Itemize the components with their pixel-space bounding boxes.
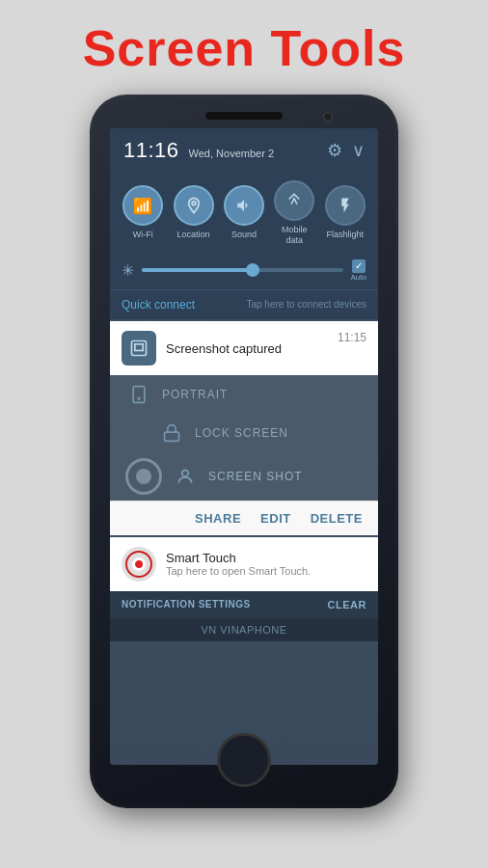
edit-button[interactable]: EDIT <box>260 511 291 526</box>
status-bar: 11:16 Wed, November 2 ⚙ ∨ <box>110 128 378 171</box>
toggle-flashlight[interactable]: Flashlight <box>325 185 366 240</box>
quick-toggles: 📶 Wi-Fi Location <box>110 171 378 252</box>
smart-touch-content: Smart Touch Tap here to open Smart Touch… <box>166 551 311 577</box>
mobile-data-circle <box>274 180 314 221</box>
smart-touch-notification[interactable]: Smart Touch Tap here to open Smart Touch… <box>110 537 378 591</box>
lock-screen-label: LOCK SCREEN <box>195 426 288 440</box>
svg-point-5 <box>182 470 189 476</box>
brightness-fill <box>142 268 253 272</box>
flashlight-label: Flashlight <box>326 230 364 240</box>
svg-rect-1 <box>135 343 143 350</box>
brightness-row: ✳ ✓ Auto <box>110 252 378 289</box>
bottom-bar: NOTIFICATION SETTINGS CLEAR <box>110 591 378 618</box>
toggle-sound[interactable]: Sound <box>224 185 264 240</box>
location-label: Location <box>177 230 210 240</box>
lock-screen-row[interactable]: LOCK SCREEN <box>110 414 378 452</box>
auto-checkbox: ✓ <box>352 259 366 273</box>
toggle-wifi[interactable]: 📶 Wi-Fi <box>122 185 163 240</box>
notification-panel: 11:16 Wed, November 2 ⚙ ∨ 📶 Wi-Fi <box>110 128 378 765</box>
notification-settings-label[interactable]: NOTIFICATION SETTINGS <box>122 599 251 610</box>
screen-shot-label: SCREEN SHOT <box>208 470 303 483</box>
brightness-icon: ✳ <box>122 261 134 280</box>
screenshot-notif-main: Screenshot captured 11:15 <box>110 321 378 375</box>
auto-brightness[interactable]: ✓ Auto <box>351 259 366 282</box>
screenshot-notification: Screenshot captured 11:15 PORTRAIT <box>110 321 378 535</box>
screenshot-time: 11:15 <box>338 331 366 344</box>
svg-rect-2 <box>133 386 145 402</box>
status-date: Wed, November 2 <box>189 148 274 159</box>
carrier-name: VN VINAPHONE <box>201 624 286 636</box>
screenshot-actions: SHARE EDIT DELETE <box>110 501 378 535</box>
share-button[interactable]: SHARE <box>195 511 241 526</box>
wifi-circle: 📶 <box>122 185 163 226</box>
page-title: Screen Tools <box>83 19 406 77</box>
wifi-label: Wi-Fi <box>133 230 153 240</box>
sound-label: Sound <box>231 230 257 240</box>
brightness-thumb <box>246 263 259 277</box>
phone-device: 11:16 Wed, November 2 ⚙ ∨ 📶 Wi-Fi <box>90 95 398 808</box>
delete-button[interactable]: DELETE <box>311 511 363 526</box>
carrier-bar: VN VINAPHONE <box>110 618 378 641</box>
flashlight-circle <box>325 185 366 226</box>
gear-icon[interactable]: ⚙ <box>327 140 342 161</box>
svg-rect-0 <box>132 340 147 355</box>
quick-connect[interactable]: Quick connect Tap here to connect device… <box>110 289 378 319</box>
status-time: 11:16 <box>123 138 179 163</box>
smart-touch-subtitle: Tap here to open Smart Touch. <box>166 565 311 577</box>
record-inner <box>136 469 151 484</box>
mobile-data-label: Mobiledata <box>282 225 308 246</box>
screenshot-content: Screenshot captured <box>166 339 328 357</box>
clear-button[interactable]: CLEAR <box>328 599 366 610</box>
screenshot-icon <box>122 331 156 366</box>
screenshot-expand: PORTRAIT LOCK SCREEN <box>110 375 378 501</box>
chevron-down-icon[interactable]: ∨ <box>352 140 365 161</box>
svg-point-3 <box>138 397 140 399</box>
sound-circle <box>224 185 264 226</box>
toggle-location[interactable]: Location <box>174 185 214 240</box>
location-circle <box>174 185 214 226</box>
smart-touch-outer-ring <box>125 551 152 578</box>
svg-rect-4 <box>165 432 179 441</box>
smart-touch-title: Smart Touch <box>166 551 311 565</box>
portrait-label: PORTRAIT <box>162 388 228 401</box>
toggle-mobile-data[interactable]: Mobiledata <box>274 180 314 246</box>
quick-connect-hint: Tap here to connect devices <box>246 299 366 310</box>
screen-shot-row[interactable]: SCREEN SHOT <box>110 452 378 501</box>
auto-label: Auto <box>351 273 366 282</box>
quick-connect-label: Quick connect <box>122 298 195 312</box>
portrait-row[interactable]: PORTRAIT <box>110 375 378 414</box>
camera-dot <box>323 112 333 122</box>
record-button <box>125 458 162 495</box>
brightness-track[interactable] <box>142 268 343 272</box>
status-icons: ⚙ ∨ <box>327 140 365 161</box>
smart-touch-icon <box>122 547 156 582</box>
screenshot-title: Screenshot captured <box>166 341 282 356</box>
phone-screen: 11:16 Wed, November 2 ⚙ ∨ 📶 Wi-Fi <box>110 128 378 765</box>
